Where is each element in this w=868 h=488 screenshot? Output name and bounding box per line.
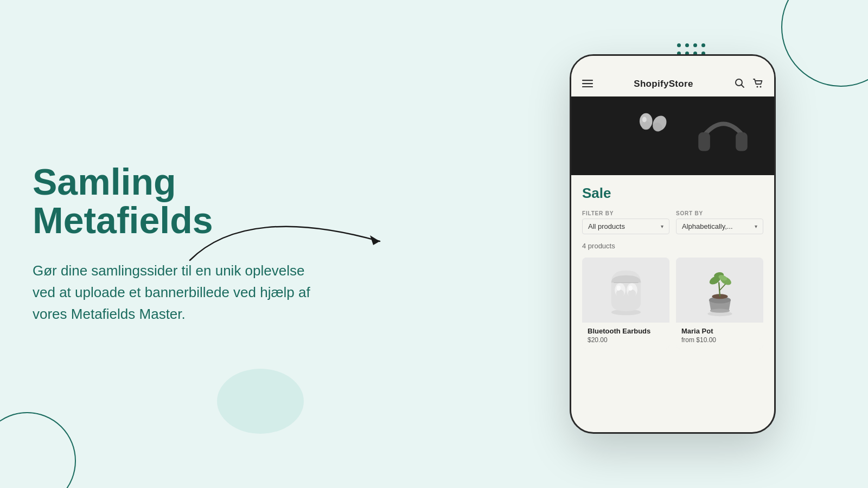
filter-chevron-icon: ▾ [661, 223, 663, 229]
phone-frame: ShopifyStore [570, 54, 776, 434]
svg-point-22 [628, 286, 632, 291]
cart-icon[interactable] [752, 78, 763, 91]
collection-title: Sale [582, 185, 763, 202]
search-icon[interactable] [734, 78, 745, 91]
product-price-earbuds: $20.00 [588, 336, 664, 344]
products-grid: Bluetooth Earbuds $20.00 [582, 258, 763, 349]
svg-rect-10 [736, 132, 748, 151]
sort-group: SORT BY Alphabetically,... ▾ [676, 210, 763, 234]
product-name-earbuds: Bluetooth Earbuds [588, 327, 664, 335]
svg-line-28 [719, 282, 720, 296]
svg-rect-2 [582, 83, 593, 84]
svg-point-18 [616, 290, 624, 298]
sort-label: SORT BY [676, 210, 763, 216]
filter-select[interactable]: All products ▾ [582, 219, 669, 234]
store-name: ShopifyStore [634, 79, 693, 89]
product-card-earbuds[interactable]: Bluetooth Earbuds $20.00 [582, 258, 669, 349]
svg-line-29 [720, 284, 726, 290]
hamburger-icon[interactable] [582, 79, 593, 90]
product-info-pot: Maria Pot from $10.00 [676, 323, 763, 349]
products-count: 4 products [582, 242, 763, 250]
decorative-circle-bottom-left [0, 412, 76, 488]
svg-point-12 [641, 121, 651, 130]
product-image-earbuds [582, 258, 669, 323]
svg-rect-3 [582, 86, 593, 87]
filter-value: All products [588, 222, 625, 230]
svg-point-26 [710, 309, 729, 313]
svg-point-19 [616, 286, 620, 291]
svg-rect-1 [582, 80, 593, 81]
title-line1: Samling [33, 161, 176, 202]
svg-point-7 [760, 86, 761, 88]
svg-point-13 [642, 117, 647, 123]
product-info-earbuds: Bluetooth Earbuds $20.00 [582, 323, 669, 349]
sort-select[interactable]: Alphabetically,... ▾ [676, 219, 763, 234]
filter-group: FILTER BY All products ▾ [582, 210, 669, 234]
filter-label: FILTER BY [582, 210, 669, 216]
product-card-pot[interactable]: Maria Pot from $10.00 [676, 258, 763, 349]
collection-banner [571, 97, 774, 175]
nav-right-icons [734, 78, 763, 91]
svg-line-5 [741, 85, 744, 88]
arrow-decoration [184, 211, 391, 277]
svg-rect-9 [698, 132, 710, 151]
filter-sort-row: FILTER BY All products ▾ SORT BY Alphabe… [582, 210, 763, 234]
decorative-circle-top-right [781, 0, 868, 87]
phone-content: Sale FILTER BY All products ▾ SORT BY Al… [571, 175, 774, 349]
phone-mockup: ShopifyStore [570, 54, 787, 434]
phone-top-bar [571, 56, 774, 72]
phone-navbar: ShopifyStore [571, 72, 774, 97]
sort-chevron-icon: ▾ [755, 223, 757, 229]
sort-value: Alphabetically,... [682, 222, 733, 230]
svg-point-21 [628, 290, 636, 298]
svg-point-6 [756, 86, 758, 88]
product-price-pot: from $10.00 [681, 336, 758, 344]
product-image-pot [676, 258, 763, 323]
product-name-pot: Maria Pot [681, 327, 758, 335]
decorative-blob [217, 369, 304, 434]
